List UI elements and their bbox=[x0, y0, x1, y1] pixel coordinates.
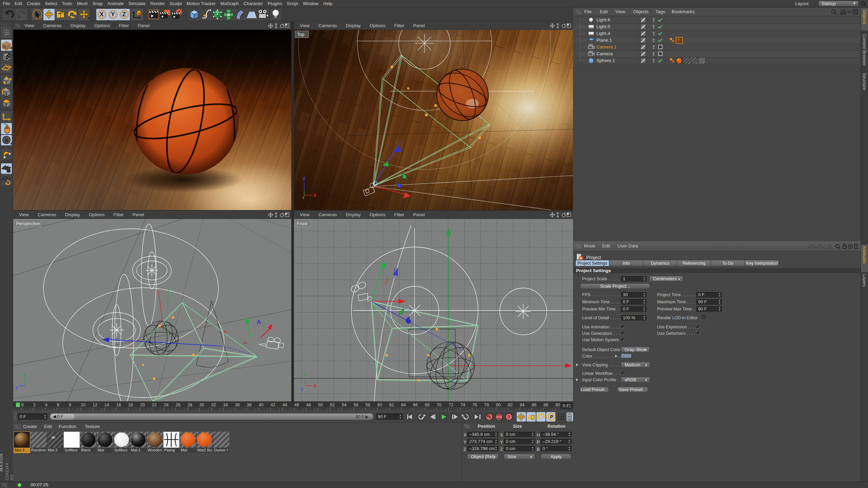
svg-text:38: 38 bbox=[247, 403, 252, 407]
svg-text:46: 46 bbox=[294, 403, 299, 407]
svg-text:Plane.1: Plane.1 bbox=[596, 38, 612, 43]
svg-text:Light.4: Light.4 bbox=[596, 31, 610, 36]
svg-text:56: 56 bbox=[354, 403, 358, 407]
svg-text:Z: Z bbox=[303, 177, 305, 181]
svg-text:84: 84 bbox=[520, 403, 525, 407]
svg-text:48: 48 bbox=[306, 403, 311, 407]
svg-text:74: 74 bbox=[460, 403, 465, 407]
svg-text:62: 62 bbox=[389, 403, 394, 407]
svg-text:42: 42 bbox=[271, 403, 275, 407]
svg-text:58: 58 bbox=[366, 403, 370, 407]
svg-text:0: 0 bbox=[21, 403, 24, 407]
svg-text:24: 24 bbox=[164, 403, 169, 407]
svg-text:X: X bbox=[314, 193, 316, 198]
svg-text:4: 4 bbox=[45, 403, 47, 407]
svg-text:Sphere.1: Sphere.1 bbox=[596, 58, 615, 63]
svg-text:18: 18 bbox=[128, 403, 133, 407]
svg-text:20: 20 bbox=[140, 403, 145, 407]
svg-text:30: 30 bbox=[199, 403, 204, 407]
svg-text:Z: Z bbox=[301, 387, 303, 392]
svg-text:10: 10 bbox=[81, 403, 85, 407]
svg-text:X: X bbox=[100, 11, 104, 18]
svg-text:Camera: Camera bbox=[596, 51, 613, 56]
svg-text:16: 16 bbox=[116, 403, 121, 407]
svg-text:78: 78 bbox=[484, 403, 489, 407]
svg-text:64: 64 bbox=[401, 403, 406, 407]
svg-text:66: 66 bbox=[413, 403, 418, 407]
svg-text:2: 2 bbox=[33, 403, 36, 407]
svg-text:Top: Top bbox=[297, 32, 304, 37]
svg-text:Y: Y bbox=[23, 373, 26, 378]
svg-text:70: 70 bbox=[437, 403, 441, 407]
svg-text:76: 76 bbox=[472, 403, 477, 407]
svg-text:32: 32 bbox=[211, 403, 216, 407]
svg-text:26: 26 bbox=[176, 403, 180, 407]
svg-text:36: 36 bbox=[235, 403, 240, 407]
svg-text:90: 90 bbox=[555, 403, 560, 407]
svg-text:X: X bbox=[314, 384, 316, 388]
svg-text:28: 28 bbox=[188, 403, 192, 407]
svg-text:52: 52 bbox=[330, 403, 335, 407]
svg-text:Front: Front bbox=[297, 221, 308, 226]
svg-text:Light.5: Light.5 bbox=[596, 24, 610, 29]
svg-text:44: 44 bbox=[282, 403, 287, 407]
svg-text:Light.6: Light.6 bbox=[596, 17, 610, 22]
svg-text:P: P bbox=[550, 414, 553, 420]
svg-text:68: 68 bbox=[425, 403, 430, 407]
svg-text:A: A bbox=[223, 329, 227, 334]
svg-text:A: A bbox=[257, 319, 261, 325]
svg-text:12: 12 bbox=[93, 403, 97, 407]
svg-text:Z: Z bbox=[122, 11, 126, 18]
svg-text:14: 14 bbox=[104, 403, 109, 407]
svg-text:?: ? bbox=[508, 414, 510, 420]
svg-text:34: 34 bbox=[223, 403, 228, 407]
svg-text:82: 82 bbox=[508, 403, 513, 407]
svg-text:Y: Y bbox=[302, 196, 305, 200]
svg-text:Y: Y bbox=[111, 11, 115, 18]
svg-text:Camera.1: Camera.1 bbox=[596, 44, 616, 49]
svg-text:60: 60 bbox=[377, 403, 382, 407]
svg-text:54: 54 bbox=[342, 403, 347, 407]
svg-text:88: 88 bbox=[544, 403, 548, 407]
svg-text:86: 86 bbox=[532, 403, 536, 407]
svg-text:Z: Z bbox=[15, 386, 18, 390]
svg-text:72: 72 bbox=[449, 403, 453, 407]
svg-text:Perspective: Perspective bbox=[16, 221, 40, 226]
svg-text:6: 6 bbox=[57, 403, 59, 407]
svg-text:40: 40 bbox=[259, 403, 263, 407]
svg-text:Y: Y bbox=[304, 373, 307, 378]
svg-text:50: 50 bbox=[318, 403, 323, 407]
svg-text:8: 8 bbox=[69, 403, 71, 407]
svg-text:S: S bbox=[5, 137, 8, 143]
svg-text:80: 80 bbox=[496, 403, 501, 407]
svg-text:22: 22 bbox=[152, 403, 157, 407]
